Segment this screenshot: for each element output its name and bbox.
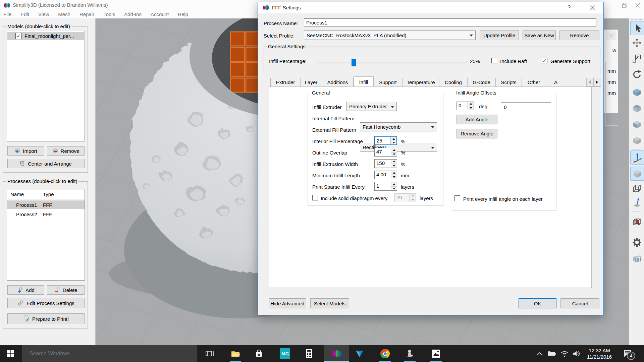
menu-view[interactable]: View	[38, 11, 49, 17]
profile-combobox[interactable]: SeeMeCNC_RostockMAXv3_PLA (modified)	[304, 31, 476, 40]
processes-list[interactable]: Name Type Process1 FFF Process2 FFF	[7, 189, 85, 281]
printer-app-button[interactable]	[402, 345, 418, 362]
window-restore-button[interactable]	[619, 1, 631, 9]
remove-model-button[interactable]: Remove	[47, 146, 85, 156]
tray-volume-button[interactable]	[570, 345, 582, 362]
dialog-close-button[interactable]	[585, 2, 600, 13]
angle-list-item[interactable]: 0	[504, 104, 506, 110]
interior-fill-percentage-spinbox[interactable]: 25	[374, 136, 397, 145]
spin-up-button[interactable]	[391, 160, 397, 164]
model-list-item[interactable]: ✓ Final_moonlight_per...	[7, 32, 84, 40]
menu-tools[interactable]: Tools	[103, 11, 115, 17]
ok-button[interactable]: OK	[519, 298, 556, 308]
internal-fill-pattern-combobox[interactable]: Fast Honeycomb	[360, 122, 437, 131]
menu-file[interactable]: File	[3, 11, 11, 17]
tab-other[interactable]: Other	[522, 78, 546, 87]
tab-extruder[interactable]: Extruder	[270, 78, 301, 87]
mc-app-button[interactable]: MC	[277, 345, 293, 362]
tab-infill[interactable]: Infill	[354, 76, 374, 87]
angle-offsets-list[interactable]: 0	[501, 102, 551, 192]
spin-down-button[interactable]	[468, 106, 474, 110]
menu-help[interactable]: Help	[178, 11, 188, 17]
view-front-button[interactable]	[630, 102, 643, 115]
menu-account[interactable]: Account	[151, 11, 169, 17]
spin-up-button[interactable]	[391, 137, 396, 141]
view-side-button[interactable]	[630, 118, 643, 131]
photos-button[interactable]	[428, 345, 444, 362]
view-top-button[interactable]	[630, 85, 643, 99]
select-models-button[interactable]: Select Models	[310, 298, 349, 308]
tray-clock[interactable]: 12:32 AM 11/21/2016	[583, 345, 616, 362]
spin-up-button[interactable]	[391, 171, 397, 175]
surface-normals-button[interactable]	[630, 196, 643, 209]
cross-section-button[interactable]	[630, 216, 643, 229]
column-type[interactable]: Type	[40, 189, 85, 199]
center-and-arrange-button[interactable]: Center and Arrange	[7, 159, 85, 168]
rotate-tool-button[interactable]	[630, 68, 643, 81]
machine-settings-button[interactable]	[630, 236, 643, 249]
prepare-to-print-button[interactable]: Prepare to Print!	[7, 313, 85, 324]
start-button[interactable]	[0, 345, 21, 362]
process-row-2[interactable]: Process2 FFF	[7, 210, 85, 219]
tray-battery-button[interactable]	[546, 345, 558, 362]
spin-up-button[interactable]	[391, 182, 397, 186]
tray-chevron-button[interactable]	[534, 345, 545, 362]
menu-edit[interactable]: Edit	[20, 11, 29, 17]
infill-extrusion-width-spinbox[interactable]: 150	[374, 159, 397, 168]
minimum-infill-length-spinbox[interactable]: 4.00	[374, 171, 397, 179]
column-name[interactable]: Name	[10, 191, 40, 197]
menu-repair[interactable]: Repair	[79, 11, 94, 17]
slider-handle[interactable]	[352, 59, 356, 66]
spin-up-button[interactable]	[391, 148, 397, 152]
toolbar-drag-handle[interactable]	[631, 19, 642, 20]
move-tool-button[interactable]	[630, 36, 643, 50]
menu-add-ins[interactable]: Add-Ins	[124, 11, 142, 17]
spin-down-button[interactable]	[391, 141, 396, 145]
show-model-button[interactable]	[630, 167, 644, 181]
add-angle-button[interactable]: Add Angle	[457, 115, 497, 124]
support-structures-button[interactable]	[630, 252, 643, 266]
tab-layer[interactable]: Layer	[301, 78, 322, 87]
include-raft-checkbox[interactable]	[491, 58, 497, 63]
hide-advanced-button[interactable]: Hide Advanced	[269, 298, 306, 308]
print-every-angle-checkbox[interactable]	[454, 195, 460, 201]
models-list[interactable]: ✓ Final_moonlight_per...	[7, 31, 85, 141]
import-button[interactable]: Import	[7, 146, 44, 156]
external-fill-pattern-combobox[interactable]: Rectilinear	[360, 143, 437, 152]
tab-temperature[interactable]: Temperature	[402, 78, 439, 87]
dialog-titlebar[interactable]: FFF Settings ?	[258, 2, 603, 13]
tab-support[interactable]: Support	[374, 78, 402, 87]
tray-wifi-button[interactable]	[559, 345, 570, 362]
print-sparse-infill-spinbox[interactable]: 1	[374, 182, 397, 191]
spin-down-button[interactable]	[391, 152, 397, 157]
spin-down-button[interactable]	[391, 186, 397, 191]
cancel-button[interactable]: Cancel	[560, 298, 599, 308]
dialog-help-button[interactable]: ?	[561, 2, 577, 13]
view-iso-button[interactable]	[630, 134, 643, 147]
save-as-new-button[interactable]: Save as New	[523, 31, 556, 40]
tab-gcode[interactable]: G-Code	[468, 78, 496, 87]
solid-diaphragm-checkbox[interactable]	[312, 195, 318, 200]
window-close-button[interactable]	[632, 1, 644, 9]
fragment-close-button[interactable]	[606, 31, 616, 40]
infill-extruder-combobox[interactable]: Primary Extruder	[346, 102, 397, 111]
task-view-button[interactable]	[202, 345, 218, 362]
remove-profile-button[interactable]: Remove	[559, 31, 599, 40]
delete-process-button[interactable]: Delete	[47, 285, 85, 295]
store-button[interactable]	[251, 345, 267, 362]
tab-scripts[interactable]: Scripts	[496, 78, 522, 87]
calculator-button[interactable]	[301, 345, 317, 362]
menu-mesh[interactable]: Mesh	[58, 11, 70, 17]
show-axes-button[interactable]	[630, 150, 644, 165]
tab-scroll-right-button[interactable]	[593, 78, 600, 86]
scale-tool-button[interactable]	[630, 52, 643, 65]
triangle-app-button[interactable]	[352, 345, 368, 362]
tab-scroll-left-button[interactable]	[586, 78, 593, 86]
angle-spinbox[interactable]: 0	[457, 102, 474, 110]
infill-percentage-slider[interactable]	[316, 62, 467, 63]
update-profile-button[interactable]: Update Profile	[480, 31, 519, 40]
spin-down-button[interactable]	[391, 175, 397, 179]
add-process-button[interactable]: Add	[7, 285, 44, 295]
remove-angle-button[interactable]: Remove Angle	[457, 129, 497, 138]
edit-process-settings-button[interactable]: Edit Process Settings	[7, 298, 85, 308]
